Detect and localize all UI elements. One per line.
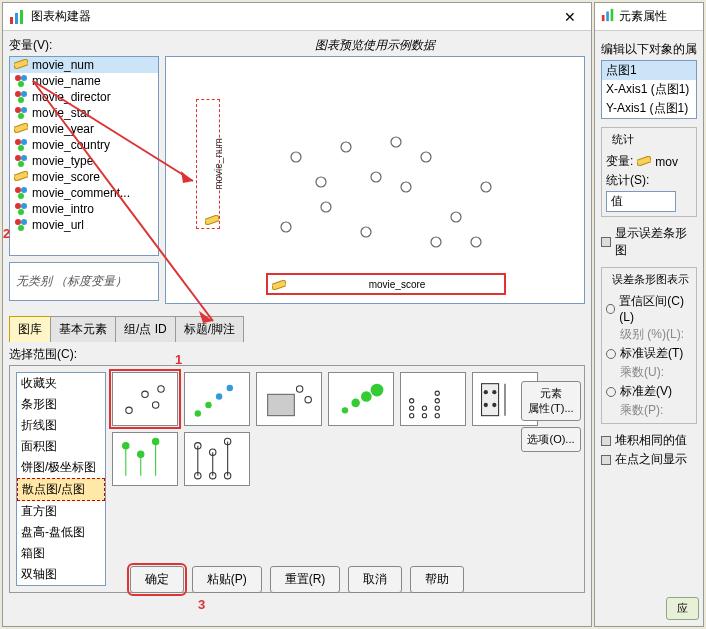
- svg-point-81: [152, 438, 158, 444]
- svg-point-9: [18, 97, 24, 103]
- ci-radio[interactable]: [606, 304, 615, 314]
- svg-point-47: [142, 391, 148, 397]
- show-between-checkbox[interactable]: [601, 455, 611, 465]
- annotation-marker-1: 1: [175, 352, 182, 367]
- titlebar: 图表构建器 ✕: [3, 3, 591, 31]
- panel-titlebar: 元素属性: [595, 3, 703, 31]
- svg-rect-20: [14, 171, 28, 181]
- preview-canvas[interactable]: movie_num movie_score: [165, 56, 585, 304]
- tab-1[interactable]: 基本元素: [50, 316, 116, 342]
- svg-point-34: [371, 172, 381, 182]
- show-error-checkbox[interactable]: [601, 237, 611, 247]
- svg-point-42: [431, 237, 441, 247]
- object-list[interactable]: 点图1X-Axis1 (点图1)Y-Axis1 (点图1): [601, 60, 697, 119]
- ruler-icon: [637, 155, 651, 169]
- chart-type-item[interactable]: 直方图: [17, 501, 105, 522]
- element-properties-panel: 元素属性 编辑以下对象的属 点图1X-Axis1 (点图1)Y-Axis1 (点…: [594, 2, 704, 627]
- dialog-footer: 确定 粘贴(P) 重置(R) 取消 帮助: [3, 566, 591, 593]
- scatter-preview: [226, 87, 546, 267]
- svg-point-79: [138, 451, 144, 457]
- sd-radio[interactable]: [606, 387, 616, 397]
- nominal-icon: [14, 186, 28, 200]
- svg-rect-95: [602, 15, 605, 21]
- svg-rect-98: [637, 156, 651, 166]
- reset-button[interactable]: 重置(R): [270, 566, 341, 593]
- svg-point-44: [316, 177, 326, 187]
- svg-point-15: [21, 139, 27, 145]
- chart-thumbnail-3[interactable]: [328, 372, 394, 426]
- variable-item[interactable]: movie_star: [10, 105, 158, 121]
- svg-rect-96: [606, 12, 609, 22]
- element-properties-button[interactable]: 元素 属性(T)...: [521, 381, 581, 421]
- apply-button[interactable]: 应: [666, 597, 699, 620]
- variable-item[interactable]: movie_intro: [10, 201, 158, 217]
- svg-point-28: [21, 219, 27, 225]
- chart-thumbnail-1[interactable]: [184, 372, 250, 426]
- variable-item[interactable]: movie_type: [10, 153, 158, 169]
- variable-item[interactable]: movie_score: [10, 169, 158, 185]
- variable-list[interactable]: movie_nummovie_namemovie_directormovie_s…: [9, 56, 159, 256]
- object-list-item[interactable]: X-Axis1 (点图1): [602, 80, 696, 99]
- chart-type-item[interactable]: 散点图/点图: [17, 478, 105, 501]
- paste-button[interactable]: 粘贴(P): [192, 566, 262, 593]
- ruler-icon: [272, 279, 286, 289]
- tab-2[interactable]: 组/点 ID: [115, 316, 176, 342]
- chart-thumbnail-6[interactable]: [112, 432, 178, 486]
- chart-type-item[interactable]: 箱图: [17, 543, 105, 564]
- variable-item[interactable]: movie_director: [10, 89, 158, 105]
- svg-point-69: [435, 391, 439, 395]
- svg-point-17: [15, 155, 21, 161]
- chart-thumbnail-2[interactable]: [256, 372, 322, 426]
- cancel-button[interactable]: 取消: [348, 566, 402, 593]
- svg-point-72: [492, 390, 496, 394]
- close-button[interactable]: ✕: [555, 6, 585, 28]
- chart-type-item[interactable]: 折线图: [17, 415, 105, 436]
- svg-point-66: [435, 414, 439, 418]
- variable-section: 变量(V): movie_nummovie_namemovie_director…: [9, 37, 159, 304]
- svg-point-50: [195, 410, 201, 416]
- chart-builder-dialog: 图表构建器 ✕ 变量(V): movie_nummovie_namemovie_…: [2, 2, 592, 627]
- chart-type-list[interactable]: 收藏夹条形图折线图面积图饼图/极坐标图散点图/点图直方图盘高-盘低图箱图双轴图: [16, 372, 106, 586]
- nominal-icon: [14, 154, 28, 168]
- chart-thumbnail-7[interactable]: [184, 432, 250, 486]
- variable-item[interactable]: movie_num: [10, 57, 158, 73]
- preview-section: 图表预览使用示例数据 movie_num movie_score: [165, 37, 585, 304]
- chart-type-item[interactable]: 收藏夹: [17, 373, 105, 394]
- chart-type-item[interactable]: 饼图/极坐标图: [17, 457, 105, 478]
- chart-type-item[interactable]: 条形图: [17, 394, 105, 415]
- chart-type-item[interactable]: 面积图: [17, 436, 105, 457]
- svg-point-58: [351, 399, 360, 408]
- svg-point-12: [18, 113, 24, 119]
- chart-type-item[interactable]: 盘高-盘低图: [17, 522, 105, 543]
- svg-point-22: [21, 187, 27, 193]
- variable-item[interactable]: movie_year: [10, 121, 158, 137]
- object-list-item[interactable]: Y-Axis1 (点图1): [602, 99, 696, 118]
- options-button[interactable]: 选项(O)...: [521, 427, 581, 452]
- x-axis-drop-zone[interactable]: movie_score: [266, 273, 506, 295]
- svg-point-48: [158, 386, 164, 392]
- chart-thumbnail-0[interactable]: [112, 372, 178, 426]
- svg-point-16: [18, 145, 24, 151]
- properties-icon: [601, 8, 615, 25]
- no-category-box: 无类别 （标度变量）: [9, 262, 159, 301]
- y-axis-drop-zone[interactable]: movie_num: [196, 99, 220, 229]
- help-button[interactable]: 帮助: [410, 566, 464, 593]
- stat-select[interactable]: 值: [606, 191, 676, 212]
- svg-rect-97: [611, 9, 614, 21]
- variable-item[interactable]: movie_name: [10, 73, 158, 89]
- variable-item[interactable]: movie_url: [10, 217, 158, 233]
- ok-button[interactable]: 确定: [130, 566, 184, 593]
- variable-name: movie_name: [32, 74, 101, 88]
- ci-level-label: 级别 (%)(L):: [620, 326, 692, 343]
- chart-thumbnail-4[interactable]: [400, 372, 466, 426]
- stack-checkbox[interactable]: [601, 436, 611, 446]
- gallery-area: 收藏夹条形图折线图面积图饼图/极坐标图散点图/点图直方图盘高-盘低图箱图双轴图: [9, 365, 585, 593]
- variable-name: movie_intro: [32, 202, 94, 216]
- variable-item[interactable]: movie_country: [10, 137, 158, 153]
- svg-point-46: [126, 407, 132, 413]
- tab-3[interactable]: 标题/脚注: [175, 316, 244, 342]
- tab-0[interactable]: 图库: [9, 316, 51, 342]
- variable-item[interactable]: movie_comment...: [10, 185, 158, 201]
- object-list-item[interactable]: 点图1: [602, 61, 696, 80]
- se-radio[interactable]: [606, 349, 616, 359]
